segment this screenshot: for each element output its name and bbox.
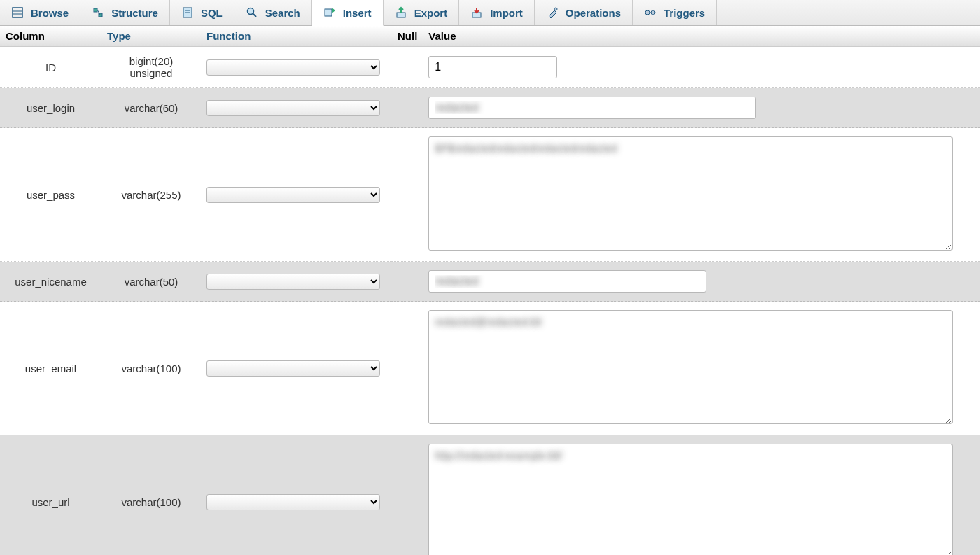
table-row: user_loginvarchar(60) xyxy=(0,88,980,128)
null-cell xyxy=(392,47,423,88)
function-cell xyxy=(201,302,392,435)
tab-label: SQL xyxy=(201,7,223,19)
value-input[interactable] xyxy=(428,444,953,555)
operations-icon xyxy=(546,6,559,19)
column-type: varchar(100) xyxy=(102,435,201,556)
sql-icon xyxy=(181,6,194,19)
header-type[interactable]: Type xyxy=(102,26,201,47)
function-select[interactable] xyxy=(206,100,380,116)
function-cell xyxy=(201,47,392,88)
column-name: user_login xyxy=(0,88,102,128)
table-row: user_nicenamevarchar(50) xyxy=(0,262,980,302)
svg-point-15 xyxy=(645,10,650,15)
tab-insert[interactable]: Insert xyxy=(312,0,384,26)
tab-operations[interactable]: Operations xyxy=(535,0,633,25)
browse-icon xyxy=(11,6,24,19)
tab-export[interactable]: Export xyxy=(384,0,460,25)
value-input[interactable] xyxy=(428,270,706,293)
table-row: user_passvarchar(255) xyxy=(0,128,980,262)
table-row: user_urlvarchar(100) xyxy=(0,435,980,556)
column-name: user_nicename xyxy=(0,262,102,302)
tab-label: Search xyxy=(265,7,300,19)
search-icon xyxy=(246,6,258,19)
svg-point-16 xyxy=(651,10,655,15)
value-cell xyxy=(423,302,980,435)
column-name: user_url xyxy=(0,435,102,556)
svg-rect-11 xyxy=(325,9,332,16)
column-type: varchar(100) xyxy=(102,302,201,435)
triggers-icon xyxy=(644,6,657,19)
value-cell xyxy=(423,435,980,556)
tab-label: Insert xyxy=(343,7,372,19)
value-cell xyxy=(423,88,980,128)
table-row: IDbigint(20) unsigned xyxy=(0,47,980,88)
value-input[interactable] xyxy=(428,97,756,119)
header-column: Column xyxy=(0,26,102,47)
column-type: bigint(20) unsigned xyxy=(102,47,201,88)
function-cell xyxy=(201,128,392,262)
insert-form-table: Column Type Function Null Value IDbigint… xyxy=(0,26,980,555)
function-select[interactable] xyxy=(206,274,380,290)
structure-icon xyxy=(92,6,104,19)
function-cell xyxy=(201,88,392,128)
value-cell xyxy=(423,262,980,302)
null-cell xyxy=(392,128,423,262)
svg-rect-0 xyxy=(13,8,22,17)
tab-structure[interactable]: Structure xyxy=(80,0,170,25)
import-icon xyxy=(470,6,483,19)
insert-icon xyxy=(323,6,336,19)
tab-label: Operations xyxy=(566,7,621,19)
column-type: varchar(50) xyxy=(102,262,201,302)
column-name: user_pass xyxy=(0,128,102,262)
function-select[interactable] xyxy=(206,59,380,76)
svg-point-14 xyxy=(554,8,557,10)
column-name: user_email xyxy=(0,302,102,435)
column-type: varchar(255) xyxy=(102,128,201,262)
null-cell xyxy=(392,302,423,435)
null-cell xyxy=(392,88,423,128)
header-value: Value xyxy=(423,26,980,47)
tab-search[interactable]: Search xyxy=(234,0,312,25)
header-function[interactable]: Function xyxy=(201,26,392,47)
function-select[interactable] xyxy=(206,494,380,510)
value-input[interactable] xyxy=(428,56,557,78)
header-null: Null xyxy=(392,26,423,47)
tab-label: Export xyxy=(414,7,448,19)
function-cell xyxy=(201,435,392,556)
tab-triggers[interactable]: Triggers xyxy=(633,0,717,25)
null-cell xyxy=(392,262,423,302)
function-cell xyxy=(201,262,392,302)
value-input[interactable] xyxy=(428,136,953,251)
function-select[interactable] xyxy=(206,360,380,377)
svg-line-10 xyxy=(253,13,256,17)
value-cell xyxy=(423,128,980,262)
tab-bar: Browse Structure SQL Search Insert Expor… xyxy=(0,0,980,26)
column-name: ID xyxy=(0,47,102,88)
value-cell xyxy=(423,47,980,88)
tab-label: Browse xyxy=(31,7,69,19)
svg-rect-3 xyxy=(94,8,97,12)
null-cell xyxy=(392,435,423,556)
tab-label: Structure xyxy=(111,7,158,19)
tab-label: Triggers xyxy=(664,7,705,19)
table-row: user_emailvarchar(100) xyxy=(0,302,980,435)
tab-label: Import xyxy=(490,7,523,19)
tab-import[interactable]: Import xyxy=(459,0,535,25)
tab-browse[interactable]: Browse xyxy=(0,0,80,25)
function-select[interactable] xyxy=(206,187,380,203)
column-type: varchar(60) xyxy=(102,88,201,128)
value-input[interactable] xyxy=(428,310,953,424)
tab-sql[interactable]: SQL xyxy=(170,0,234,25)
export-icon xyxy=(395,6,407,19)
svg-rect-12 xyxy=(397,13,405,17)
